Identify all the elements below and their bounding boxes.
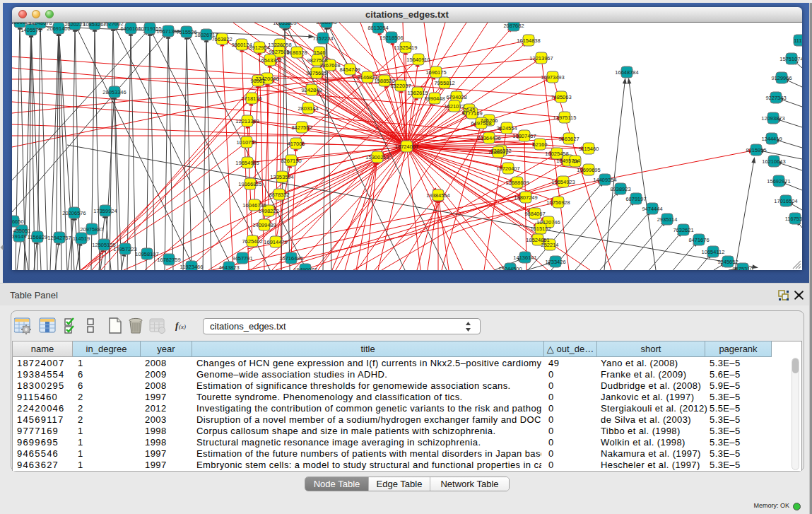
svg-text:14099489: 14099489 bbox=[252, 222, 276, 228]
svg-text:7386372: 7386372 bbox=[488, 149, 508, 156]
svg-text:1156829: 1156829 bbox=[28, 234, 48, 240]
svg-text:1498222: 1498222 bbox=[258, 208, 278, 214]
svg-text:6879197: 6879197 bbox=[625, 196, 646, 202]
svg-text:1696175: 1696175 bbox=[425, 69, 446, 76]
svg-text:2718176: 2718176 bbox=[241, 95, 261, 102]
svg-text:19490077: 19490077 bbox=[293, 267, 317, 271]
svg-text:9777169: 9777169 bbox=[461, 110, 482, 117]
svg-text:9474444: 9474444 bbox=[642, 206, 662, 212]
svg-text:10973493: 10973493 bbox=[541, 74, 564, 81]
svg-text:12975115: 12975115 bbox=[553, 115, 577, 121]
svg-text:7663822: 7663822 bbox=[211, 36, 232, 42]
svg-text:12213389: 12213389 bbox=[235, 118, 259, 124]
svg-text:10688609: 10688609 bbox=[505, 180, 529, 186]
svg-text:19654985: 19654985 bbox=[235, 160, 259, 166]
svg-text:10025458: 10025458 bbox=[545, 151, 568, 157]
svg-text:1615152: 1615152 bbox=[530, 226, 551, 232]
svg-text:9245652: 9245652 bbox=[717, 259, 738, 265]
svg-text:19654923: 19654923 bbox=[551, 179, 575, 185]
svg-text:11923466: 11923466 bbox=[180, 264, 204, 270]
svg-text:9884067: 9884067 bbox=[524, 211, 545, 217]
svg-text:2867608: 2867608 bbox=[319, 62, 340, 69]
svg-text:9457791: 9457791 bbox=[232, 255, 252, 262]
svg-text:15640910: 15640910 bbox=[406, 57, 430, 63]
svg-text:1405571: 1405571 bbox=[20, 27, 41, 33]
svg-text:9075310: 9075310 bbox=[732, 266, 753, 271]
svg-text:15751074: 15751074 bbox=[779, 56, 802, 62]
svg-text:(x): (x) bbox=[179, 323, 186, 330]
svg-text:1167533: 1167533 bbox=[785, 216, 802, 222]
svg-text:18724007: 18724007 bbox=[395, 144, 418, 150]
svg-text:2087682: 2087682 bbox=[503, 23, 524, 29]
svg-text:2620223: 2620223 bbox=[64, 23, 85, 28]
svg-text:13353594: 13353594 bbox=[270, 174, 293, 180]
svg-text:252214: 252214 bbox=[541, 242, 558, 248]
svg-text:8186328: 8186328 bbox=[286, 49, 307, 56]
svg-text:9463627: 9463627 bbox=[558, 136, 579, 142]
svg-text:1117: 1117 bbox=[794, 37, 802, 44]
svg-text:16648784: 16648784 bbox=[615, 69, 638, 76]
svg-text:8813054: 8813054 bbox=[367, 25, 388, 31]
svg-text:9227343: 9227343 bbox=[765, 95, 786, 101]
svg-text:6794028: 6794028 bbox=[446, 94, 466, 100]
svg-text:1546: 1546 bbox=[314, 49, 326, 56]
svg-text:16782759: 16782759 bbox=[157, 257, 180, 263]
svg-text:2258145: 2258145 bbox=[316, 23, 336, 25]
svg-text:17957223: 17957223 bbox=[113, 246, 136, 252]
svg-text:7485063: 7485063 bbox=[551, 94, 571, 100]
svg-text:8878332: 8878332 bbox=[269, 192, 289, 198]
svg-text:19166825: 19166825 bbox=[238, 181, 261, 187]
svg-text:16154838: 16154838 bbox=[517, 37, 540, 44]
svg-text:8938923: 8938923 bbox=[610, 186, 630, 192]
svg-text:17016504: 17016504 bbox=[774, 198, 797, 204]
svg-text:8267150: 8267150 bbox=[281, 158, 301, 164]
svg-text:12093873: 12093873 bbox=[761, 115, 784, 122]
svg-text:19218506: 19218506 bbox=[379, 35, 403, 41]
svg-text:10120746: 10120746 bbox=[536, 219, 560, 226]
svg-text:15720407: 15720407 bbox=[496, 165, 519, 172]
svg-text:12942757: 12942757 bbox=[47, 235, 71, 241]
svg-text:7357224: 7357224 bbox=[312, 35, 333, 42]
svg-text:8215955: 8215955 bbox=[746, 147, 766, 153]
svg-text:417006: 417006 bbox=[287, 141, 305, 147]
svg-text:8322037: 8322037 bbox=[390, 83, 411, 89]
svg-text:14409354: 14409354 bbox=[593, 177, 616, 183]
svg-text:44: 44 bbox=[572, 158, 578, 165]
svg-text:10807467: 10807467 bbox=[512, 133, 536, 139]
svg-text:15300213: 15300213 bbox=[365, 154, 389, 160]
svg-text:10654112: 10654112 bbox=[702, 249, 725, 255]
svg-text:1010755: 1010755 bbox=[236, 139, 257, 146]
svg-text:4043823: 4043823 bbox=[218, 264, 239, 271]
svg-text:7632621: 7632621 bbox=[673, 227, 693, 233]
svg-text:1244419: 1244419 bbox=[761, 136, 782, 142]
svg-text:98902: 98902 bbox=[251, 78, 266, 84]
svg-text:15244500: 15244500 bbox=[498, 266, 522, 271]
svg-text:8912954: 8912954 bbox=[249, 45, 269, 51]
svg-text:15716485: 15716485 bbox=[279, 255, 302, 262]
svg-text:12505135: 12505135 bbox=[92, 242, 115, 248]
svg-text:12213967: 12213967 bbox=[529, 55, 553, 62]
svg-text:28053346: 28053346 bbox=[102, 89, 126, 95]
svg-text:15692971: 15692971 bbox=[767, 178, 790, 185]
svg-text:62160: 62160 bbox=[533, 141, 548, 148]
svg-text:8471676: 8471676 bbox=[688, 237, 709, 243]
svg-text:16033809: 16033809 bbox=[273, 23, 296, 26]
svg-text:3624554: 3624554 bbox=[496, 125, 517, 132]
svg-text:8454749: 8454749 bbox=[339, 66, 360, 73]
svg-text:20206576: 20206576 bbox=[62, 210, 86, 216]
svg-text:13226058: 13226058 bbox=[268, 42, 291, 48]
svg-text:9129966: 9129966 bbox=[771, 75, 792, 81]
svg-text:10958107: 10958107 bbox=[135, 251, 158, 257]
svg-text:16543362: 16543362 bbox=[258, 57, 281, 64]
svg-text:7515526: 7515526 bbox=[176, 29, 196, 35]
svg-text:10699695: 10699695 bbox=[577, 167, 600, 173]
svg-text:8990448: 8990448 bbox=[424, 95, 445, 102]
svg-text:11325419: 11325419 bbox=[394, 45, 418, 51]
svg-text:2636650: 2636650 bbox=[12, 218, 24, 225]
svg-text:6497508: 6497508 bbox=[471, 120, 491, 127]
svg-text:9115460: 9115460 bbox=[579, 146, 599, 152]
svg-text:20364436: 20364436 bbox=[477, 135, 500, 141]
svg-text:20975887: 20975887 bbox=[80, 226, 103, 233]
svg-text:18807249: 18807249 bbox=[514, 194, 537, 201]
svg-text:2935114: 2935114 bbox=[657, 216, 678, 223]
